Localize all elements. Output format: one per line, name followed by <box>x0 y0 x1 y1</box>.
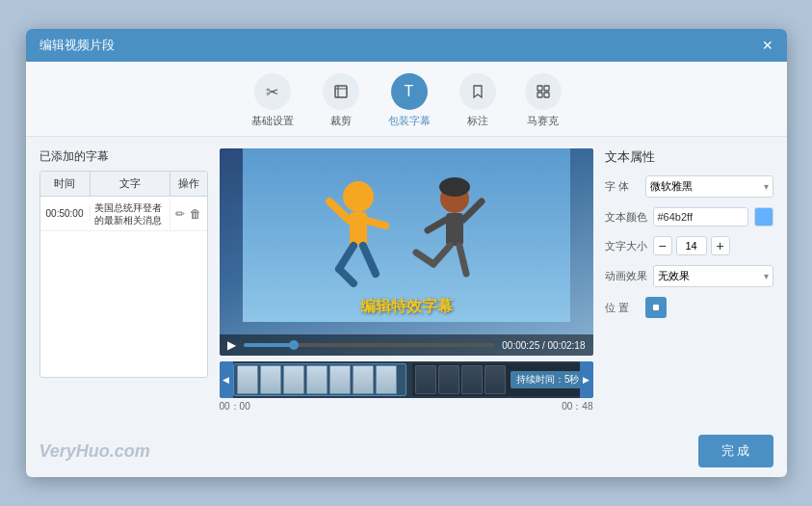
row-time: 00:50:00 <box>40 205 91 222</box>
text-properties-panel: 文本属性 字 体 微软雅黑 ▾ 文本颜色 #64b2ff 文字大小 <box>605 148 773 415</box>
delete-subtitle-button[interactable]: 🗑 <box>189 206 202 222</box>
main-content: 已添加的字幕 时间 文字 操作 00:50:00 美国总统拜登者的最新相关消息 … <box>26 137 787 427</box>
subtitle-panel-title: 已添加的字幕 <box>39 148 208 165</box>
anim-select-arrow: ▾ <box>764 271 769 281</box>
row-text: 美国总统拜登者的最新相关消息 <box>91 199 170 229</box>
frame-thumb <box>353 365 374 394</box>
toolbar-label-mark: 标注 <box>467 114 488 128</box>
svg-rect-5 <box>537 93 542 97</box>
subtitle-table: 时间 文字 操作 00:50:00 美国总统拜登者的最新相关消息 ✏ 🗑 <box>39 171 208 378</box>
dark-frame-thumb <box>415 365 436 394</box>
footer: VeryHuo.com 完 成 <box>26 427 787 477</box>
timeline-right-bracket: ▶ <box>580 361 593 398</box>
svg-point-16 <box>439 177 470 197</box>
subtitle-panel: 已添加的字幕 时间 文字 操作 00:50:00 美国总统拜登者的最新相关消息 … <box>39 148 208 415</box>
svg-rect-4 <box>544 86 549 91</box>
progress-dot <box>289 340 299 350</box>
svg-point-8 <box>343 181 374 212</box>
title-bar: 编辑视频片段 ✕ <box>26 29 787 62</box>
props-title: 文本属性 <box>605 148 773 166</box>
font-row: 字 体 微软雅黑 ▾ <box>605 175 773 198</box>
dark-frame-thumb <box>438 365 459 394</box>
row-ops: ✏ 🗑 <box>170 203 207 225</box>
mosaic-icon <box>525 73 562 110</box>
video-background <box>220 148 593 356</box>
col-text: 文字 <box>91 172 170 196</box>
toolbar: ✂ 基础设置 裁剪 T 包装字幕 <box>26 62 787 137</box>
size-decrease-button[interactable]: − <box>653 236 672 255</box>
dark-frame-thumb <box>461 365 483 394</box>
col-op: 操作 <box>170 172 207 196</box>
toolbar-item-mark[interactable]: 标注 <box>459 73 496 128</box>
progress-fill <box>244 343 294 347</box>
position-label: 位 置 <box>605 301 640 315</box>
close-button[interactable]: ✕ <box>762 39 773 52</box>
frame-thumb <box>260 365 281 394</box>
anim-select[interactable]: 无效果 ▾ <box>653 265 773 287</box>
svg-rect-3 <box>537 86 542 91</box>
position-row: 位 置 <box>605 297 773 318</box>
font-select[interactable]: 微软雅黑 ▾ <box>645 175 773 198</box>
size-increase-button[interactable]: + <box>711 236 730 255</box>
edit-subtitle-button[interactable]: ✏ <box>174 206 186 222</box>
video-overlay-text: 编辑特效字幕 <box>360 297 453 317</box>
timeline-highlight[interactable] <box>233 363 406 396</box>
col-time: 时间 <box>40 172 91 196</box>
toolbar-label-mosaic: 马赛克 <box>527 114 559 128</box>
video-container: 编辑特效字幕 ▶ 00:00:25 / 00:02:18 <box>220 148 593 356</box>
main-dialog: 编辑视频片段 ✕ ✂ 基础设置 裁剪 T 包装字幕 <box>26 29 787 477</box>
scissors-icon: ✂ <box>254 73 291 110</box>
duration-badge: 持续时间：5秒 <box>511 371 586 388</box>
font-select-arrow: ▾ <box>764 181 769 192</box>
table-header: 时间 文字 操作 <box>40 172 207 197</box>
timeline-end: 00：48 <box>562 400 592 413</box>
toolbar-label-crop: 裁剪 <box>330 114 352 128</box>
toolbar-item-crop[interactable]: 裁剪 <box>323 73 359 128</box>
timeline-wrapper: ◀ <box>220 361 593 415</box>
svg-rect-0 <box>335 86 347 97</box>
done-button[interactable]: 完 成 <box>698 435 773 467</box>
position-grid[interactable] <box>645 297 667 318</box>
watermark: VeryHuo.com <box>39 441 698 462</box>
frame-thumb <box>306 365 327 394</box>
frame-thumb <box>283 365 304 394</box>
frame-thumb <box>376 365 397 394</box>
timeline-labels: 00：00 00：48 <box>220 398 593 415</box>
crop-icon <box>323 73 359 110</box>
svg-rect-7 <box>243 148 570 322</box>
table-row: 00:50:00 美国总统拜登者的最新相关消息 ✏ 🗑 <box>40 197 207 231</box>
size-row: 文字大小 − + <box>605 236 773 255</box>
toolbar-item-mosaic[interactable]: 马赛克 <box>525 73 562 128</box>
toolbar-label-basic: 基础设置 <box>251 114 294 128</box>
mark-icon <box>459 73 496 110</box>
subtitle-icon: T <box>391 73 428 110</box>
toolbar-item-subtitle[interactable]: T 包装字幕 <box>388 73 431 128</box>
svg-rect-6 <box>544 93 549 97</box>
timeline-left-bracket: ◀ <box>220 361 233 398</box>
frame-thumb <box>329 365 351 394</box>
size-input[interactable] <box>676 236 707 255</box>
frame-thumb <box>237 365 258 394</box>
svg-line-11 <box>367 221 385 226</box>
toolbar-label-subtitle: 包装字幕 <box>388 114 431 128</box>
time-display: 00:00:25 / 00:02:18 <box>502 340 585 351</box>
svg-rect-9 <box>350 212 367 246</box>
color-value[interactable]: #64b2ff <box>653 207 748 226</box>
color-label: 文本颜色 <box>605 210 647 225</box>
play-button[interactable]: ▶ <box>227 338 236 352</box>
size-label: 文字大小 <box>605 239 647 253</box>
size-controls: − + <box>653 236 730 255</box>
anim-row: 动画效果 无效果 ▾ <box>605 265 773 287</box>
toolbar-item-basic[interactable]: ✂ 基础设置 <box>251 73 294 128</box>
position-dot <box>653 305 659 310</box>
anim-label: 动画效果 <box>605 269 647 283</box>
color-swatch[interactable] <box>754 207 773 226</box>
progress-bar[interactable] <box>244 343 495 347</box>
timeline-start: 00：00 <box>220 400 250 413</box>
color-picker-row: #64b2ff <box>653 207 773 226</box>
color-row: 文本颜色 #64b2ff <box>605 207 773 226</box>
video-controls: ▶ 00:00:25 / 00:02:18 <box>220 334 593 356</box>
dialog-title: 编辑视频片段 <box>39 37 115 54</box>
timeline-area: ◀ <box>220 361 593 398</box>
font-label: 字 体 <box>605 179 640 194</box>
